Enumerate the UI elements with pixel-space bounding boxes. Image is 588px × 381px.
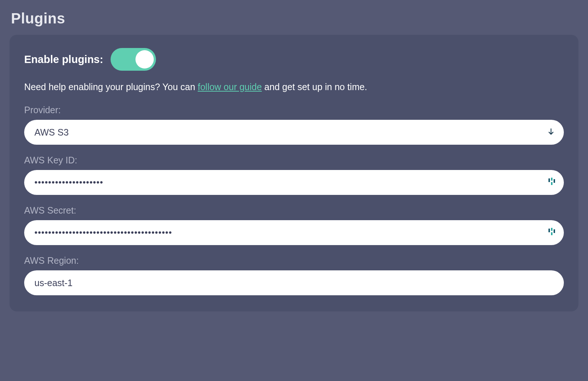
aws-secret-field-wrap: [24, 220, 564, 245]
aws-region-group: AWS Region:: [24, 255, 564, 295]
password-manager-icon[interactable]: [548, 178, 555, 187]
aws-key-id-input[interactable]: [24, 170, 564, 195]
svg-rect-7: [554, 229, 555, 233]
enable-plugins-toggle[interactable]: [111, 48, 156, 71]
svg-rect-3: [554, 179, 555, 183]
password-manager-icon[interactable]: [548, 228, 555, 237]
help-text: Need help enabling your plugins? You can…: [24, 82, 564, 92]
aws-region-field-wrap: [24, 270, 564, 295]
aws-secret-group: AWS Secret:: [24, 205, 564, 245]
aws-secret-input[interactable]: [24, 220, 564, 245]
svg-rect-8: [551, 232, 552, 235]
follow-guide-link[interactable]: follow our guide: [198, 82, 262, 92]
plugins-page: Plugins Enable plugins: Need help enabli…: [0, 0, 588, 321]
aws-key-id-group: AWS Key ID:: [24, 155, 564, 195]
svg-rect-2: [551, 178, 552, 181]
provider-value: AWS S3: [34, 127, 69, 138]
aws-key-id-field-wrap: [24, 170, 564, 195]
toggle-knob: [135, 50, 154, 69]
svg-rect-5: [548, 229, 550, 232]
provider-group: Provider: AWS S3: [24, 105, 564, 145]
svg-rect-4: [551, 182, 552, 185]
aws-region-label: AWS Region:: [24, 255, 564, 266]
aws-secret-label: AWS Secret:: [24, 205, 564, 216]
provider-field-wrap: AWS S3: [24, 120, 564, 145]
aws-key-id-label: AWS Key ID:: [24, 155, 564, 166]
svg-rect-1: [548, 178, 550, 182]
provider-label: Provider:: [24, 105, 564, 115]
provider-select[interactable]: AWS S3: [24, 120, 564, 145]
help-text-suffix: and get set up in no time.: [262, 82, 367, 92]
enable-plugins-row: Enable plugins:: [24, 48, 564, 71]
page-title: Plugins: [11, 10, 578, 27]
svg-rect-6: [551, 228, 552, 231]
enable-plugins-label: Enable plugins:: [24, 53, 103, 66]
plugins-card: Enable plugins: Need help enabling your …: [10, 35, 578, 311]
help-text-prefix: Need help enabling your plugins? You can: [24, 82, 198, 92]
aws-region-input[interactable]: [24, 270, 564, 295]
